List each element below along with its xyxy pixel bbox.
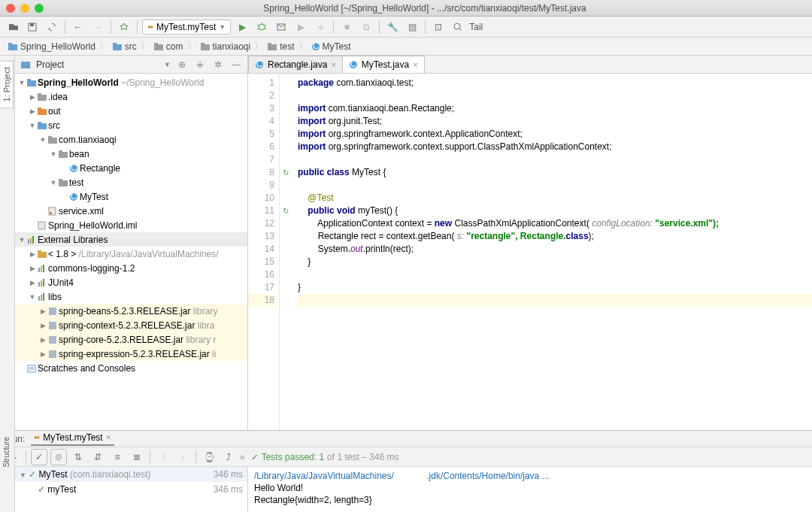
tree-node[interactable]: ▶out [15, 104, 247, 118]
profile-icon[interactable]: ▶ [292, 19, 309, 35]
breadcrumb-item[interactable]: src [111, 41, 138, 52]
minimize-window[interactable] [20, 4, 29, 13]
breadcrumb-item[interactable]: com [152, 41, 185, 52]
svg-rect-46 [43, 265, 44, 272]
structure-icon[interactable]: ▤ [404, 19, 420, 35]
forward-icon[interactable]: → [89, 19, 106, 35]
tree-node[interactable]: ▼com.tianxiaoqi [15, 132, 247, 147]
run-config-label: MyTest.myTest [156, 22, 216, 32]
svg-rect-18 [27, 80, 36, 86]
svg-rect-1 [30, 23, 34, 26]
locate-icon[interactable]: ⊕ [175, 58, 189, 71]
code-editor[interactable]: 123456789101112131415161718 ↻↻ package c… [248, 74, 812, 430]
svg-rect-14 [268, 43, 271, 45]
run-config-selector[interactable]: ⬌ MyTest.myTest ▼ [142, 20, 231, 35]
svg-rect-56 [49, 350, 56, 358]
down-icon[interactable]: ↓ [174, 449, 191, 465]
tree-node[interactable]: ▶commons-logging-1.2 [15, 261, 247, 275]
run-icon[interactable]: ▶ [234, 19, 250, 35]
svg-rect-40 [30, 238, 32, 244]
toggle-ignore-icon[interactable]: ⊘ [50, 449, 67, 465]
svg-rect-12 [201, 43, 205, 45]
breadcrumb-item[interactable]: Spring_HelloWorld [6, 41, 97, 52]
tree-node[interactable]: ▶spring-expression-5.2.3.RELEASE.jar li [15, 347, 247, 361]
maximize-window[interactable] [35, 4, 44, 13]
svg-rect-26 [48, 138, 57, 144]
search-icon[interactable] [450, 19, 466, 35]
close-icon[interactable]: × [331, 60, 335, 69]
svg-rect-39 [28, 239, 29, 244]
debug-icon[interactable] [253, 19, 270, 35]
open-icon[interactable] [5, 19, 21, 35]
tree-node[interactable]: ▶spring-beans-5.2.3.RELEASE.jar library [15, 304, 247, 318]
tree-node[interactable]: CMyTest [15, 189, 247, 204]
project-tool-tab[interactable]: 1: Project [1, 60, 14, 108]
save-icon[interactable] [24, 19, 41, 35]
editor-tab[interactable]: CMyTest.java× [342, 56, 425, 73]
breadcrumb: Spring_HelloWorld〉 src〉 com〉 tianxiaoqi〉… [0, 38, 812, 56]
tree-node[interactable]: CRectangle [15, 161, 247, 175]
svg-rect-53 [49, 308, 56, 315]
build-icon[interactable] [116, 19, 132, 35]
breadcrumb-item[interactable]: CMyTest [310, 41, 353, 52]
stop-all-icon[interactable]: ⧉ [358, 19, 374, 35]
editor-tab[interactable]: CRectangle.java× [248, 56, 343, 73]
tree-node[interactable]: service.xml [15, 204, 247, 218]
toggle-pass-icon[interactable]: ✓ [31, 449, 47, 465]
tree-node[interactable]: ▼src [15, 118, 247, 132]
test-tree-row[interactable]: ▼ ✓ MyTest (com.tianxiaoqi.test)346 ms [15, 467, 247, 482]
tree-node[interactable]: ▶spring-context-5.2.3.RELEASE.jar libra [15, 318, 247, 332]
tree-node[interactable]: ▼bean [15, 147, 247, 161]
close-icon[interactable]: × [413, 60, 417, 69]
sync-icon[interactable] [44, 19, 60, 35]
hide-icon[interactable]: — [229, 58, 243, 71]
history-icon[interactable]: ⌚ [201, 449, 217, 465]
panel-title: Project [36, 59, 159, 70]
svg-rect-17 [21, 62, 30, 68]
svg-rect-20 [38, 95, 47, 101]
svg-rect-29 [59, 150, 62, 153]
breadcrumb-item[interactable]: test [265, 41, 295, 52]
attach-icon[interactable]: ⎆ [312, 19, 329, 35]
svg-rect-41 [32, 236, 34, 244]
svg-rect-8 [113, 43, 117, 45]
collapse-all-icon[interactable]: ≣ [129, 449, 145, 465]
back-icon[interactable]: ← [70, 19, 86, 35]
up-icon[interactable]: ↑ [155, 449, 171, 465]
tree-node[interactable]: ▼External Libraries [15, 232, 247, 247]
gutter-marks: ↻↻ [280, 74, 292, 430]
svg-rect-44 [38, 268, 40, 272]
coverage-icon[interactable] [273, 19, 289, 35]
structure-tool-tab[interactable]: Structure [0, 430, 13, 474]
tree-node[interactable]: ▶spring-core-5.2.3.RELEASE.jar library r [15, 332, 247, 347]
console-output[interactable]: /Library/Java/JavaVirtualMachines/ .jdk/… [248, 467, 812, 512]
svg-rect-6 [8, 43, 12, 45]
sdk-icon[interactable]: ⊡ [430, 19, 447, 35]
svg-rect-37 [50, 212, 52, 214]
breadcrumb-item[interactable]: tianxiaoqi [198, 41, 253, 52]
tree-node[interactable]: ▶JUnit4 [15, 275, 247, 289]
gear-icon[interactable]: ✲ [211, 58, 225, 71]
test-tree-row[interactable]: ✓ myTest346 ms [15, 482, 247, 497]
expand-icon[interactable]: ≑ [193, 58, 207, 71]
sort2-icon[interactable]: ⇵ [89, 449, 106, 465]
svg-rect-22 [38, 109, 47, 115]
export-icon[interactable]: ⤴ [220, 449, 237, 465]
svg-text:C: C [71, 164, 77, 173]
sort-icon[interactable]: ⇅ [70, 449, 86, 465]
tree-node[interactable]: Scratches and Consoles [15, 361, 247, 375]
settings-icon[interactable]: 🔧 [384, 19, 401, 35]
tree-node[interactable]: ▶.idea [15, 89, 247, 104]
project-icon [20, 59, 32, 70]
tree-node[interactable]: ▼test [15, 175, 247, 189]
tree-node[interactable]: ▶< 1.8 > /Library/Java/JavaVirtualMachin… [15, 247, 247, 261]
svg-text:C: C [312, 42, 319, 51]
stop-icon[interactable]: ■ [338, 19, 355, 35]
close-window[interactable] [6, 4, 15, 13]
tree-node[interactable]: ▼libs [15, 289, 247, 304]
tree-node[interactable]: Spring_HelloWorld.iml [15, 218, 247, 232]
expand-all-icon[interactable]: ≡ [109, 449, 126, 465]
test-status: Tests passed: 1 [262, 452, 324, 462]
run-tab[interactable]: ⬌MyTest.myTest× [31, 432, 114, 446]
tree-root[interactable]: ▼Spring_HelloWorld ~/Spring_HelloWorld [15, 75, 247, 89]
